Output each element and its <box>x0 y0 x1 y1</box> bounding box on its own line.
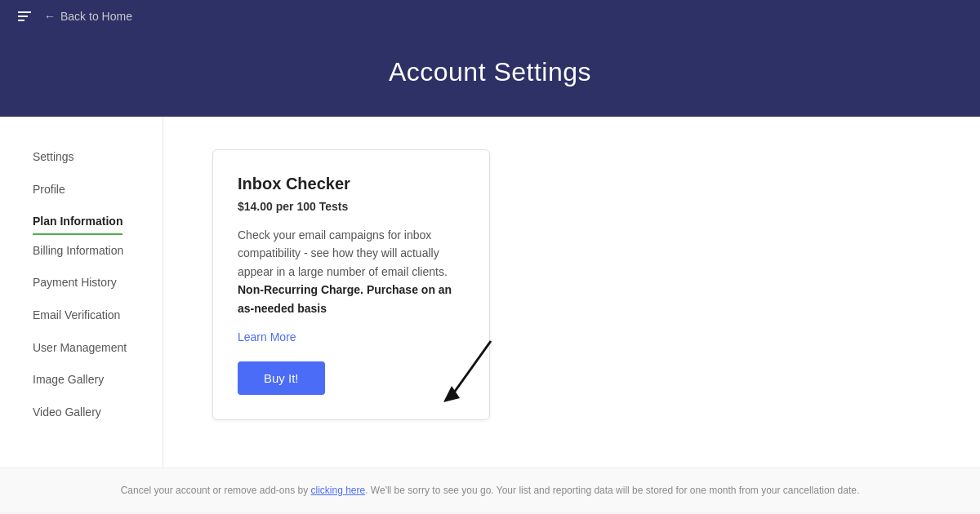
footer-area: Cancel your account or remove add-ons by… <box>0 467 980 512</box>
card-description: Check your email campaigns for inbox com… <box>238 226 465 317</box>
card-title: Inbox Checker <box>238 175 465 193</box>
top-nav: ← Back to Home <box>0 0 980 33</box>
card-description-plain: Check your email campaigns for inbox com… <box>238 228 448 278</box>
inbox-checker-card: Inbox Checker $14.00 per 100 Tests Check… <box>212 149 490 420</box>
back-arrow-icon: ← <box>44 10 56 23</box>
footer-text-before-link: Cancel your account or remove add-ons by <box>121 485 311 496</box>
clicking-here-link[interactable]: clicking here <box>311 485 366 496</box>
footer-text: Cancel your account or remove add-ons by… <box>49 483 931 498</box>
sidebar-item-image-gallery[interactable]: Image Gallery <box>33 364 163 397</box>
annotation-arrow <box>434 337 499 410</box>
svg-line-3 <box>450 341 491 398</box>
learn-more-link[interactable]: Learn More <box>238 330 465 343</box>
back-to-home-link[interactable]: ← Back to Home <box>44 10 132 23</box>
sidebar-item-plan-information[interactable]: Plan Information <box>33 206 122 235</box>
card-description-bold: Non-Recurring Charge. Purchase on an as-… <box>238 283 452 314</box>
footer-text-after-link: . We'll be sorry to see you go. Your lis… <box>365 485 859 496</box>
content-area: Inbox Checker $14.00 per 100 Tests Check… <box>163 117 980 467</box>
buy-button-container: Buy It! <box>238 361 465 395</box>
buy-it-button[interactable]: Buy It! <box>238 361 325 395</box>
logo-icon <box>16 8 33 24</box>
sidebar-item-profile[interactable]: Profile <box>33 174 163 206</box>
back-to-home-label: Back to Home <box>60 10 132 23</box>
sidebar-item-settings[interactable]: Settings <box>33 141 163 174</box>
main-content: Settings Profile Plan Information Billin… <box>0 117 980 467</box>
sidebar-item-video-gallery[interactable]: Video Gallery <box>33 397 163 429</box>
card-price: $14.00 per 100 Tests <box>238 200 465 213</box>
sidebar-item-payment-history[interactable]: Payment History <box>33 267 163 299</box>
sidebar-item-billing-information[interactable]: Billing Information <box>33 235 163 268</box>
sidebar: Settings Profile Plan Information Billin… <box>0 117 163 467</box>
page-title: Account Settings <box>0 57 980 87</box>
page-header: Account Settings <box>0 33 980 117</box>
sidebar-item-user-management[interactable]: User Management <box>33 332 163 365</box>
sidebar-item-email-verification[interactable]: Email Verification <box>33 299 163 332</box>
